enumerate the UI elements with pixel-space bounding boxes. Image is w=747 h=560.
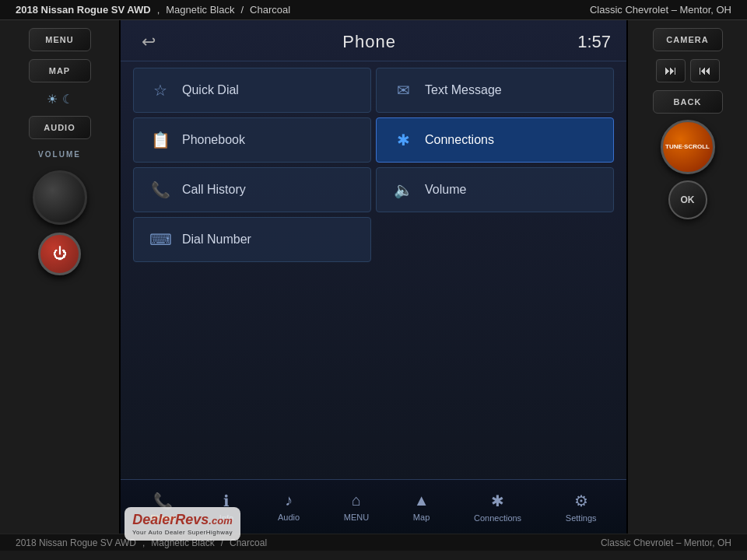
text-message-label: Text Message	[425, 83, 502, 97]
quick-dial-icon: ☆	[149, 81, 171, 100]
nav-settings-icon: ⚙	[574, 492, 588, 510]
audio-button[interactable]: AUDIO	[29, 116, 91, 139]
left-panel: MENU MAP ☀ ☾ AUDIO VOLUME ⏻	[0, 20, 121, 534]
nav-audio-label: Audio	[278, 513, 300, 522]
camera-button[interactable]: CAMERA	[653, 28, 723, 51]
brightness-icon: ☀	[47, 92, 58, 107]
volume-item[interactable]: 🔈 Volume	[376, 167, 614, 212]
right-panel: CAMERA ⏭ ⏮ BACK TUNE·SCROLL OK	[626, 20, 747, 534]
logo-box: DealerRevs .com Your Auto Dealer SuperHi…	[124, 507, 240, 541]
top-bar-interior: Charcoal	[250, 4, 290, 16]
volume-item-label: Volume	[425, 183, 466, 197]
phonebook-label: Phonebook	[182, 133, 245, 147]
logo-dot-com: .com	[209, 515, 232, 527]
nav-map-label: Map	[413, 513, 430, 522]
menu-button[interactable]: MENU	[29, 28, 91, 51]
quick-dial-item[interactable]: ☆ Quick Dial	[133, 68, 371, 113]
top-bar-sep1: ,	[157, 4, 160, 16]
watermark: DealerRevs .com Your Auto Dealer SuperHi…	[124, 507, 240, 541]
nav-connections[interactable]: ✱ Connections	[468, 488, 528, 526]
connections-label: Connections	[425, 133, 494, 147]
dots-decor: · · ·	[363, 26, 385, 35]
quick-dial-label: Quick Dial	[182, 83, 239, 97]
volume-icon: 🔈	[392, 180, 414, 199]
skip-back-button[interactable]: ⏮	[690, 59, 720, 82]
moon-icon: ☾	[62, 92, 73, 107]
dial-icon: ⌨	[149, 230, 171, 249]
nav-settings-label: Settings	[566, 513, 597, 523]
call-history-icon: 📞	[149, 180, 171, 199]
logo-text-container: DealerRevs .com	[132, 512, 232, 528]
nav-settings[interactable]: ⚙ Settings	[559, 488, 603, 526]
power-button[interactable]: ⏻	[38, 233, 81, 275]
logo-main: DealerRevs	[132, 512, 209, 528]
nav-map[interactable]: ▲ Map	[407, 488, 436, 525]
map-button[interactable]: MAP	[29, 59, 91, 82]
back-right-button[interactable]: BACK	[653, 90, 723, 114]
volume-knob[interactable]	[33, 170, 87, 225]
top-bar-car-title: 2018 Nissan Rogue SV AWD	[16, 4, 151, 16]
text-message-icon: ✉	[392, 81, 414, 100]
center-screen: · · · ↩ Phone 1:57 ☆ Quick Dial ✉ Text M…	[121, 20, 626, 534]
tune-scroll-knob[interactable]: TUNE·SCROLL	[661, 120, 715, 174]
nav-menu-icon: ⌂	[352, 492, 361, 509]
top-bar: 2018 Nissan Rogue SV AWD , Magnetic Blac…	[0, 0, 747, 20]
screen-inner: · · · ↩ Phone 1:57 ☆ Quick Dial ✉ Text M…	[121, 20, 626, 534]
top-bar-color: Magnetic Black	[166, 4, 234, 16]
nav-map-icon: ▲	[414, 492, 430, 509]
empty-cell	[376, 217, 614, 262]
nav-audio[interactable]: ♪ Audio	[272, 488, 306, 525]
call-history-label: Call History	[182, 183, 246, 197]
phonebook-icon: 📋	[149, 131, 171, 149]
tune-scroll-label: TUNE·SCROLL	[665, 143, 710, 151]
back-button[interactable]: ↩	[136, 30, 161, 54]
call-history-item[interactable]: 📞 Call History	[133, 167, 371, 212]
phonebook-item[interactable]: 📋 Phonebook	[133, 117, 371, 163]
ok-button[interactable]: OK	[668, 180, 707, 219]
top-bar-sep2: /	[240, 4, 244, 16]
dial-number-item[interactable]: ⌨ Dial Number	[133, 217, 371, 262]
text-message-item[interactable]: ✉ Text Message	[376, 68, 614, 113]
volume-label: VOLUME	[38, 150, 81, 159]
bottom-car-title: 2018 Nissan Rogue SV AWD	[16, 537, 136, 548]
nav-menu[interactable]: ⌂ MENU	[338, 488, 375, 525]
nav-connections-icon: ✱	[491, 492, 504, 510]
skip-forward-button[interactable]: ⏭	[656, 59, 686, 82]
logo-tagline: Your Auto Dealer SuperHighway	[132, 529, 233, 536]
connections-item[interactable]: ✱ Connections	[376, 117, 614, 163]
screen-time: 1:57	[577, 32, 611, 52]
main-area: MENU MAP ☀ ☾ AUDIO VOLUME ⏻ · · · ↩ Phon…	[0, 20, 747, 534]
bottom-bar: 2018 Nissan Rogue SV AWD , Magnetic Blac…	[0, 534, 747, 551]
top-bar-dealer: Classic Chevrolet – Mentor, OH	[590, 4, 731, 16]
bluetooth-icon: ✱	[392, 131, 414, 149]
nav-connections-label: Connections	[474, 513, 521, 523]
dial-number-label: Dial Number	[182, 233, 251, 247]
menu-grid: ☆ Quick Dial ✉ Text Message 📋 Phonebook …	[121, 61, 626, 268]
nav-menu-label: MENU	[344, 513, 369, 522]
ok-label: OK	[681, 194, 695, 205]
nav-audio-icon: ♪	[285, 492, 293, 509]
bottom-dealer: Classic Chevrolet – Mentor, OH	[601, 537, 731, 548]
